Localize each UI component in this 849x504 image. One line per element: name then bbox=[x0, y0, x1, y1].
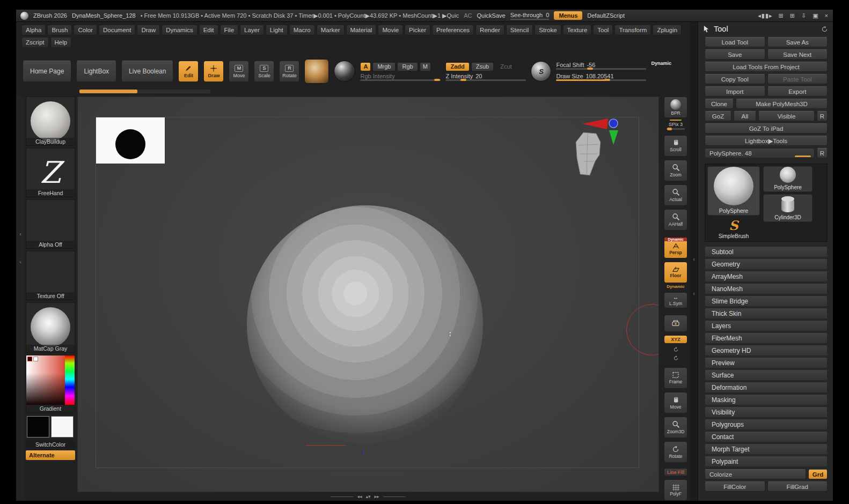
tool-section-polypaint[interactable]: Polypaint bbox=[705, 456, 828, 467]
menu-material[interactable]: Material bbox=[346, 25, 377, 35]
colorize-button[interactable]: Colorize bbox=[705, 469, 806, 479]
mrgb-toggle[interactable]: Mrgb bbox=[372, 62, 396, 71]
copy-tool-button[interactable]: Copy Tool bbox=[705, 74, 765, 84]
menu-alpha[interactable]: Alpha bbox=[21, 25, 46, 35]
alpha-channel-toggle[interactable]: A bbox=[360, 62, 371, 71]
menu-stencil[interactable]: Stencil bbox=[506, 25, 533, 35]
actual-button[interactable]: Actual bbox=[664, 184, 687, 206]
frame-button[interactable]: Frame bbox=[664, 367, 687, 389]
menu-draw[interactable]: Draw bbox=[137, 25, 160, 35]
fillgrad-button[interactable]: FillGrad bbox=[767, 481, 828, 492]
m-toggle[interactable]: M bbox=[420, 62, 431, 71]
menu-marker[interactable]: Marker bbox=[317, 25, 345, 35]
focal-shift-handle[interactable] bbox=[587, 68, 593, 70]
hue-strip[interactable] bbox=[65, 355, 75, 405]
rgb-intensity-slider[interactable]: Rgb Intensity bbox=[360, 73, 441, 81]
floor-button[interactable]: Floor bbox=[664, 262, 687, 283]
make-polymesh3d-button[interactable]: Make PolyMesh3D bbox=[736, 99, 828, 109]
brush-selector[interactable]: ClayBuildup bbox=[26, 97, 75, 146]
draw-size-slider[interactable]: Draw Size 108.20541 bbox=[556, 73, 646, 81]
gradient-picker[interactable] bbox=[26, 355, 75, 405]
home-page-button[interactable]: Home Page bbox=[23, 61, 71, 82]
lightbox-divider-bar[interactable] bbox=[79, 90, 210, 93]
line-fill-button[interactable]: Line Fill bbox=[664, 468, 687, 476]
tool-section-thick-skin[interactable]: Thick Skin bbox=[705, 308, 828, 319]
zcut-toggle[interactable]: Zcut bbox=[495, 62, 516, 71]
minimize-icon[interactable]: ⇩ bbox=[801, 12, 807, 19]
zoom3d-button[interactable]: Zoom3D bbox=[664, 417, 687, 438]
paste-tool-button[interactable]: Paste Tool bbox=[767, 74, 828, 84]
tool-section-contact[interactable]: Contact bbox=[705, 431, 828, 442]
menu-layer[interactable]: Layer bbox=[240, 25, 264, 35]
menu-render[interactable]: Render bbox=[475, 25, 504, 35]
menu-light[interactable]: Light bbox=[266, 25, 288, 35]
goz-r-button[interactable]: R bbox=[817, 111, 828, 121]
persp-button[interactable]: Dynamic Persp bbox=[664, 237, 687, 258]
save-button[interactable]: Save bbox=[705, 49, 765, 60]
current-material-thumbnail[interactable] bbox=[334, 61, 355, 82]
menu-macro[interactable]: Macro bbox=[289, 25, 315, 35]
polyframe-button[interactable]: PolyF bbox=[664, 479, 687, 501]
alt-color-swatch[interactable] bbox=[51, 416, 74, 438]
rotate-cycle-icon[interactable] bbox=[672, 347, 679, 352]
spix-slider[interactable]: SPix 3 bbox=[669, 122, 683, 127]
menu-help[interactable]: Help bbox=[50, 37, 72, 48]
scroll-button[interactable]: Scroll bbox=[664, 135, 687, 157]
texture-selector[interactable]: Texture Off bbox=[26, 251, 75, 300]
stroke-selector[interactable]: Z FreeHand bbox=[26, 148, 75, 197]
goz-visible-button[interactable]: Visible bbox=[758, 111, 815, 121]
tool-section-geometry-hd[interactable]: Geometry HD bbox=[705, 345, 828, 356]
rotate-canvas-button[interactable]: Rotate bbox=[664, 441, 687, 463]
left-tray-strip[interactable]: ‹ ‹ bbox=[16, 97, 25, 501]
menu-zscript[interactable]: Zscript bbox=[21, 37, 49, 48]
tray-collapse-chevron-2[interactable]: ‹ bbox=[19, 258, 21, 265]
tool-section-surface[interactable]: Surface bbox=[705, 369, 828, 381]
draw-size-handle[interactable] bbox=[604, 79, 610, 81]
see-through-slider[interactable]: See-through 0 bbox=[510, 12, 550, 20]
sculptris-pro-button[interactable]: S bbox=[531, 61, 551, 81]
menu-brush[interactable]: Brush bbox=[47, 25, 72, 35]
tool-section-visibility[interactable]: Visibility bbox=[705, 406, 828, 418]
tool-section-deformation[interactable]: Deformation bbox=[705, 382, 828, 393]
symmetry-options-button[interactable] bbox=[664, 315, 687, 332]
zsub-toggle[interactable]: Zsub bbox=[471, 62, 494, 71]
grd-button[interactable]: Grd bbox=[808, 469, 828, 479]
rotate-button[interactable]: R Rotate bbox=[279, 61, 299, 82]
xyz-symmetry-button[interactable]: XYZ bbox=[664, 335, 687, 344]
current-brush-thumbnail[interactable] bbox=[304, 59, 329, 84]
material-selector[interactable]: MatCap Gray bbox=[26, 302, 75, 353]
tool-slots-handle[interactable] bbox=[795, 155, 811, 157]
secondary-color-swatch[interactable] bbox=[33, 357, 38, 361]
scroll-updown-arrows[interactable]: ▴▾ bbox=[365, 494, 370, 499]
canvas[interactable]: ↕ bbox=[77, 97, 659, 492]
restore-icon[interactable]: ▣ bbox=[813, 12, 818, 19]
live-boolean-button[interactable]: Live Boolean bbox=[121, 61, 173, 82]
menu-edit[interactable]: Edit bbox=[199, 25, 218, 35]
menu-color[interactable]: Color bbox=[74, 25, 97, 35]
tool-section-slime-bridge[interactable]: Slime Bridge bbox=[705, 295, 828, 307]
canvas-scrollbar[interactable]: ◂◂ ▴▾ ▸▸ bbox=[77, 492, 659, 501]
scroll-right-arrows[interactable]: ▸▸ bbox=[375, 494, 379, 499]
clone-button[interactable]: Clone bbox=[705, 99, 734, 109]
z-intensity-slider[interactable]: Z Intensity 20 bbox=[445, 73, 526, 81]
tool-section-nanomesh[interactable]: NanoMesh bbox=[705, 283, 828, 294]
dynamic-draw-size-toggle[interactable]: Dynamic bbox=[651, 61, 671, 66]
local-symmetry-button[interactable]: ↔ L.Sym bbox=[664, 292, 687, 308]
spix-handle[interactable] bbox=[667, 128, 672, 130]
quicksave-button[interactable]: QuickSave bbox=[477, 12, 505, 19]
panel-layout-icon-2[interactable]: ⊞ bbox=[790, 12, 795, 19]
refresh-icon[interactable] bbox=[821, 26, 828, 33]
main-color-swatch[interactable] bbox=[27, 416, 49, 438]
move-canvas-button[interactable]: Move bbox=[664, 392, 687, 413]
tool-section-geometry[interactable]: Geometry bbox=[705, 258, 828, 270]
menu-stroke[interactable]: Stroke bbox=[535, 25, 561, 35]
saturation-value-area[interactable] bbox=[26, 355, 65, 405]
zoom-button[interactable]: Zoom bbox=[664, 160, 687, 181]
z-intensity-handle[interactable] bbox=[460, 79, 466, 81]
save-as-button[interactable]: Save As bbox=[767, 37, 828, 47]
scale-button[interactable]: S Scale bbox=[254, 61, 274, 82]
bpr-button[interactable]: BPR bbox=[664, 97, 687, 118]
tool-slot-polysphere[interactable]: PolySphere bbox=[763, 166, 813, 192]
tray-collapse-chevron[interactable]: ‹ bbox=[19, 231, 21, 237]
scroll-left-arrows[interactable]: ◂◂ bbox=[357, 494, 362, 499]
